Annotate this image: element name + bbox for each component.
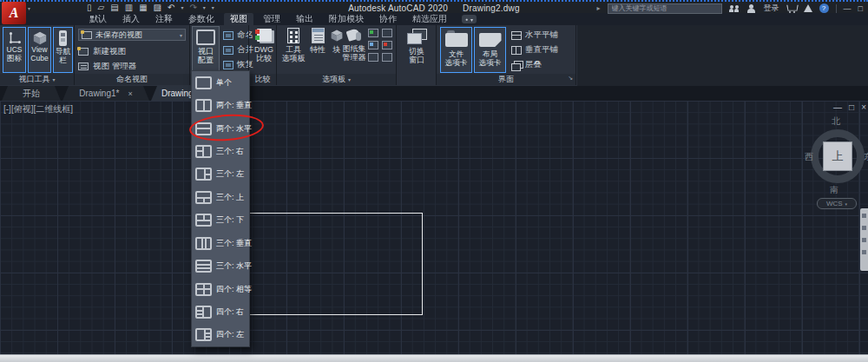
viewcube-north-label[interactable]: 北 — [832, 115, 840, 128]
doc-close-button[interactable]: × — [861, 102, 866, 112]
viewcube-east-label[interactable]: 东 — [864, 151, 868, 163]
tab-start[interactable]: 开始 — [2, 86, 61, 101]
doc-restore-button[interactable]: □ — [849, 102, 854, 112]
viewport-configuration-button[interactable]: 视口 配置 — [192, 26, 220, 74]
ribbon-tab-manage[interactable]: 管理 — [257, 13, 286, 25]
tool-palettes-label-line1: 工具 — [286, 45, 301, 54]
ucs-icon — [7, 30, 23, 46]
viewport-layout-three-above-icon — [195, 191, 212, 204]
view-manager-button[interactable]: 视图 管理器 — [78, 61, 136, 72]
search-collapse-icon[interactable]: ▸ — [597, 4, 601, 12]
drawing-canvas[interactable]: [-][俯视][二维线框] — □ × 北 西 东 上 南 WCS ▾ — [0, 101, 868, 354]
ribbon-tab-view[interactable]: 视图 — [224, 13, 253, 25]
help-icon[interactable]: ? — [819, 3, 829, 13]
menu-item-four-right[interactable]: 四个: 右 — [192, 300, 249, 323]
viewport-controls-label[interactable]: [-][俯视][二维线框] — [3, 103, 73, 115]
viewport-restore-icon — [223, 61, 233, 69]
tile-horizontal-icon — [511, 31, 522, 40]
file-tab-bar: 开始 Drawing1* × Drawing2 — [0, 86, 868, 101]
account-icon[interactable] — [746, 4, 757, 13]
menu-item-two-vertical[interactable]: 两个: 垂直 — [192, 94, 249, 116]
viewport-join-icon — [223, 46, 233, 55]
app-menu-caret-icon[interactable]: ▾ — [28, 5, 30, 11]
palette-mini-icon[interactable] — [368, 41, 378, 49]
viewport-layout-three-right-icon — [195, 145, 212, 158]
panel-launcher-icon[interactable]: ↘ — [568, 75, 573, 82]
view-manager-label: 视图 管理器 — [93, 61, 136, 72]
maximize-button[interactable]: □ — [858, 4, 863, 13]
menu-item-three-horizontal[interactable]: 三个: 水平 — [192, 254, 249, 277]
app-store-icon[interactable] — [786, 4, 797, 13]
properties-icon — [312, 28, 325, 43]
file-tabs-toggle-button[interactable]: 文件 选项卡 — [440, 27, 472, 73]
record-dot-icon: ● — [465, 16, 468, 22]
palette-mini-icon[interactable] — [382, 53, 392, 62]
panel-label-viewport-tools[interactable]: 视口工具 ▾ — [0, 74, 74, 85]
layout-tabs-toggle-button[interactable]: 布局 选项卡 — [474, 27, 506, 73]
new-view-button[interactable]: 新建视图 — [78, 46, 126, 57]
menu-item-three-below[interactable]: 三个: 下 — [192, 209, 249, 232]
cascade-button[interactable]: 层叠 — [511, 59, 542, 70]
ribbon-tab-featured-apps[interactable]: 精选应用 — [406, 13, 453, 25]
navigation-bar[interactable] — [860, 208, 868, 271]
minimize-button[interactable]: — — [844, 4, 852, 13]
menu-item-single[interactable]: 单个 — [192, 71, 249, 94]
menu-item-two-horizontal[interactable]: 两个: 水平 — [192, 117, 249, 140]
properties-label: 特性 — [310, 45, 326, 54]
ribbon-tab-collaborate[interactable]: 协作 — [373, 13, 403, 25]
menu-item-three-left[interactable]: 三个: 左 — [192, 163, 249, 186]
viewcube-south-label[interactable]: 南 — [830, 184, 838, 196]
cascade-label: 层叠 — [525, 59, 542, 70]
tab-close-icon[interactable]: × — [128, 89, 132, 98]
palette-mini-icon[interactable] — [382, 41, 392, 49]
menu-item-three-above[interactable]: 三个: 上 — [192, 186, 249, 208]
panel-label-compare[interactable]: 比较 — [249, 74, 276, 85]
menu-item-three-right[interactable]: 三个: 右 — [192, 140, 249, 162]
ribbon-tab-parametric[interactable]: 参数化 — [182, 13, 220, 25]
viewcube-west-label[interactable]: 西 — [805, 151, 813, 163]
ribbon-tab-output[interactable]: 输出 — [290, 13, 319, 25]
tab-drawing1[interactable]: Drawing1* × — [62, 86, 149, 101]
panel-label-interface[interactable]: 界面 ↘ — [437, 74, 575, 85]
palette-mini-icon[interactable] — [382, 29, 392, 37]
ribbon-tab-annotate[interactable]: 注释 — [149, 13, 179, 25]
dwg-compare-button[interactable]: DWG 比较 — [252, 29, 276, 63]
layout-tabs-label-line2: 选项卡 — [479, 59, 502, 68]
search-input[interactable] — [608, 3, 722, 14]
dwg-compare-icon — [257, 29, 272, 42]
viewcube-top-face[interactable]: 上 — [823, 142, 852, 171]
tile-vertically-button[interactable]: 垂直平铺 — [511, 44, 558, 56]
doc-minimize-button[interactable]: — — [833, 102, 842, 112]
menu-item-four-equal[interactable]: 四个: 相等 — [192, 278, 249, 300]
ucs-icon-toggle-button[interactable]: UCS 图标 — [3, 27, 26, 73]
ribbon-tab-insert[interactable]: 插入 — [116, 13, 146, 25]
viewcube-toggle-button[interactable]: View Cube — [28, 27, 51, 73]
tool-palettes-icon — [287, 28, 299, 43]
menu-item-three-vertical[interactable]: 三个: 垂直 — [192, 232, 249, 254]
ribbon-tab-addins[interactable]: 附加模块 — [323, 13, 370, 25]
menu-item-label: 四个: 右 — [216, 306, 244, 318]
palette-mini-icon[interactable] — [368, 53, 378, 62]
community-icon[interactable] — [729, 4, 740, 13]
navigation-bar-toggle-button[interactable]: 导航栏 — [53, 27, 73, 73]
sheet-set-manager-button[interactable]: 图纸集 管理器 — [340, 28, 368, 62]
viewport-config-icon — [196, 30, 215, 45]
panel-label-named-views[interactable]: 命名视图 — [75, 74, 189, 85]
switch-windows-icon — [407, 29, 426, 43]
ucs-label-line2: 图标 — [7, 55, 22, 63]
tool-palettes-button[interactable]: 工具 选项板 — [279, 28, 308, 63]
wcs-dropdown[interactable]: WCS ▾ — [817, 198, 857, 209]
palette-mini-icon[interactable] — [368, 29, 378, 37]
ribbon-tab-default[interactable]: 默认 — [83, 13, 113, 25]
ribbon-display-button[interactable]: ● ▾ — [462, 15, 477, 23]
tile-horizontally-button[interactable]: 水平平铺 — [511, 30, 558, 41]
switch-windows-button[interactable]: 切换 窗口 — [398, 29, 435, 64]
autocad-logo[interactable]: A — [2, 2, 26, 24]
stay-connected-icon[interactable] — [804, 4, 812, 12]
menu-item-four-left[interactable]: 四个: 左 — [192, 324, 249, 346]
drawn-rectangle — [249, 213, 423, 315]
panel-label-palettes[interactable]: 选项板 ▾ — [277, 74, 396, 85]
sign-in-link[interactable]: 登录 — [764, 3, 779, 14]
named-view-dropdown[interactable]: 未保存的视图 ▾ — [78, 29, 186, 41]
switch-windows-label-line1: 切换 — [409, 47, 424, 56]
